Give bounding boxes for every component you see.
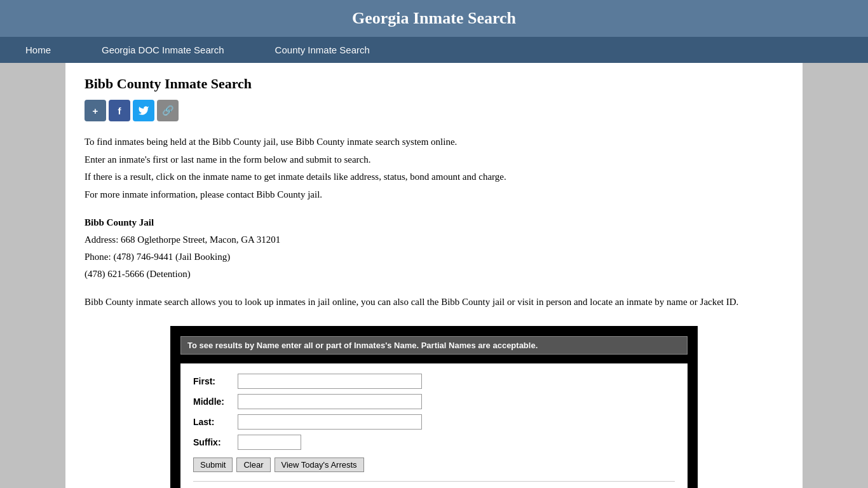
jail-phone1-line: Phone: (478) 746-9441 (Jail Booking) [85, 248, 783, 266]
extra-info-block: Bibb County inmate search allows you to … [85, 294, 783, 311]
jail-info-block: Bibb County Jail Address: 668 Oglethorpe… [85, 214, 783, 283]
facebook-button[interactable]: f [109, 100, 130, 121]
jail-address: Address: 668 Oglethorpe Street, Macon, G… [85, 231, 783, 248]
middle-name-input[interactable] [238, 394, 422, 409]
share-button[interactable]: + [85, 100, 106, 121]
nav-home[interactable]: Home [0, 37, 76, 63]
nav-county-search[interactable]: County Inmate Search [250, 37, 395, 63]
first-name-row: First: [193, 374, 675, 389]
extra-info-text: Bibb County inmate search allows you to … [85, 294, 783, 311]
main-content: Bibb County Inmate Search + f 🔗 To find … [65, 63, 803, 488]
twitter-button[interactable] [133, 100, 154, 121]
middle-name-row: Middle: [193, 394, 675, 409]
clear-button[interactable]: Clear [236, 458, 270, 472]
address-label: Address: [85, 234, 118, 245]
address-value: 668 Oglethorpe Street, Macon, GA 31201 [121, 234, 280, 245]
form-separator [193, 481, 675, 482]
description-block: To find inmates being held at the Bibb C… [85, 134, 783, 203]
desc-line-3: If there is a result, click on the inmat… [85, 169, 783, 186]
social-buttons: + f 🔗 [85, 100, 783, 121]
twitter-icon [138, 105, 149, 116]
form-buttons: Submit Clear View Today's Arrests [193, 458, 675, 472]
nav-doc-search[interactable]: Georgia DOC Inmate Search [76, 37, 250, 63]
phone1-value: (478) 746-9441 (Jail Booking) [113, 252, 230, 262]
last-name-label: Last: [193, 417, 238, 427]
last-name-input[interactable] [238, 414, 422, 430]
suffix-row: Suffix: [193, 435, 675, 450]
phone-label: Phone: [85, 252, 111, 262]
jail-phone2-line: (478) 621-5666 (Detention) [85, 266, 783, 283]
desc-line-4: For more inmate information, please cont… [85, 187, 783, 203]
view-arrests-button[interactable]: View Today's Arrests [275, 458, 364, 472]
submit-button[interactable]: Submit [193, 458, 233, 472]
first-name-label: First: [193, 376, 238, 386]
desc-line-1: To find inmates being held at the Bibb C… [85, 134, 783, 151]
main-nav: Home Georgia DOC Inmate Search County In… [0, 37, 868, 63]
first-name-input[interactable] [238, 374, 422, 389]
search-container: To see results by Name enter all or part… [170, 326, 698, 489]
site-title: Georgia Inmate Search [13, 9, 855, 28]
page-title: Bibb County Inmate Search [85, 76, 783, 92]
desc-line-2: Enter an inmate's first or last name in … [85, 152, 783, 168]
site-header: Georgia Inmate Search [0, 0, 868, 37]
jail-name: Bibb County Jail [85, 214, 783, 231]
suffix-input[interactable] [238, 435, 301, 450]
last-name-row: Last: [193, 414, 675, 430]
middle-name-label: Middle: [193, 396, 238, 407]
copy-link-button[interactable]: 🔗 [157, 100, 179, 121]
search-form: First: Middle: Last: Suffix: Submit Clea… [180, 363, 688, 489]
suffix-label: Suffix: [193, 437, 238, 447]
search-instruction: To see results by Name enter all or part… [180, 336, 688, 355]
